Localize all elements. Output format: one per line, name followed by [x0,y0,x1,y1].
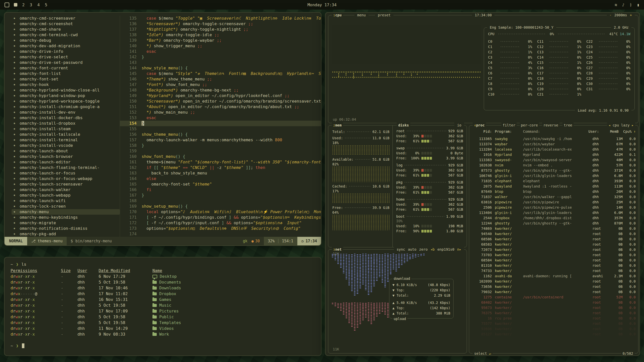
process-row[interactable]: 73656kworker/root0B0.0 [472,284,636,289]
process-row[interactable]: 81310kworker/root0B0.0 [472,263,636,268]
sort-prev-icon[interactable]: ◂ [609,123,611,127]
next-iface-button[interactable]: n▸ [456,247,463,252]
process-row[interactable]: 113404glycin-i/usr/lib/glycin-loadersdhh… [472,210,636,215]
bluetooth-icon[interactable]: ᛒ [630,3,632,7]
process-row[interactable]: 87573ghostty/usr/bin/ghostty --gtk-dhh37… [472,168,636,173]
tree-item[interactable]: ✱omarchy-notification-dismiss [12,226,120,231]
tree-item[interactable]: ✱omarchy-cmd-share [12,27,120,32]
tree-item[interactable]: ✱omarchy-debug [12,38,120,43]
tree-item[interactable]: ✱omarchy-cmd-screenshot [12,21,120,27]
process-row[interactable]: 68583kworker/root0B0.0 [472,242,636,247]
tree-item[interactable]: ✱omarchy-launch-browser [12,154,120,159]
filter-button[interactable]: filter [501,123,517,127]
process-row[interactable]: 102099kworker/root0B0.0 [472,279,636,284]
tree-item[interactable]: ✱omarchy-install-vscode [12,143,120,148]
workspace-5[interactable]: 5 [45,3,48,7]
volume-icon[interactable]: ♪ [622,3,625,7]
tree-item[interactable]: ✱omarchy-install-dropbox [12,121,120,126]
tree-item[interactable]: ✱omarchy-drive-set-password [12,60,120,65]
code-pane[interactable]: 135 case $(menu "Toggle" "▣ Screensaver\… [120,16,321,237]
process-row[interactable]: 113284localsea/usr/lib/localsearch-exdhh… [472,147,636,152]
menu-button[interactable]: menu [354,13,369,17]
tree-item[interactable]: ✱omarchy-install-chromium-google-a [12,104,120,110]
editor-window[interactable]: ✱omarchy-cmd-screensaver✱omarchy-cmd-scr… [4,12,321,246]
process-row[interactable]: 76375kworker/root0B0.0 [472,310,636,315]
tree-item[interactable]: ✱omarchy-launch-editor [12,159,120,165]
tree-item[interactable]: ✱omarchy-launch-about [12,148,120,154]
interval-decrease-button[interactable]: - [608,13,613,17]
process-row[interactable]: 113374waybar/usr/bin/waybardhh67M0.0 [472,141,636,147]
tree-item[interactable]: ✱omarchy-launch-screensaver [12,182,120,187]
tree-item[interactable]: ✱omarchy-launch-walker [12,187,120,193]
proc-col-program[interactable]: Program: [495,129,520,133]
omarchy-logo-icon[interactable] [5,3,9,7]
zero-button[interactable]: zero [418,247,429,252]
tree-item[interactable]: ✱omarchy-hyprland-window-pop [12,93,120,99]
select-hint[interactable]: select ↵ [473,351,493,356]
process-row[interactable]: 16rcu_preeroot0B0.0 [472,315,636,321]
tree-item[interactable]: ✱omarchy-install-terminal [12,137,120,143]
prev-iface-button[interactable]: ◂b [429,247,436,252]
workspace-3[interactable]: 3 [29,3,32,7]
per-core-button[interactable]: per-core [520,123,539,127]
process-row[interactable]: 12244ghostty/usr/bin/ghostty --gtk-dhh87… [472,220,636,226]
tree-item[interactable]: ✱omarchy-menu [12,209,120,215]
tree-item[interactable]: ✱omarchy-hook [12,82,120,87]
process-row[interactable]: 75577kworker/root0B0.0 [472,321,636,326]
interval-increase-button[interactable]: + [629,13,633,17]
prompt-line[interactable]: ~ ❯ [11,343,315,349]
terminal-window[interactable]: ~ ❯ ls Permissions Size User Date Modifi… [4,257,321,356]
tree-item[interactable]: ✱omarchy-dev-add-migration [12,43,120,49]
process-row[interactable]: 85127kworker/root0B0.0 [472,331,636,337]
tree-item[interactable]: ✱omarchy-lock-screen [12,204,120,209]
process-row[interactable]: 95673kworker/root0B0.0 [472,305,636,310]
proc-col-pid[interactable]: Pid: [472,129,492,133]
tree-item[interactable]: ✱omarchy-drive-select [12,54,120,60]
process-row[interactable]: 1162avahi-daavahi-daemon: running [avahi… [472,273,636,279]
battery-icon[interactable]: ▮ [637,3,639,7]
process-row[interactable]: 74733kworker/root0B0.0 [472,268,636,273]
tree-item[interactable]: ✱omarchy-launch-wifi [12,198,120,204]
tree-item[interactable]: ✱omarchy-cmd-terminal-cwd [12,32,120,38]
process-row[interactable]: 72073kworker/root0B0.0 [472,247,636,252]
tree-item[interactable]: ✱omarchy-migrate [12,220,120,226]
process-row[interactable]: 73703kworker/root0B0.0 [472,252,636,257]
proc-col-cpu[interactable]: Cpu% [619,129,632,133]
process-row[interactable]: 93608kworker/root0B0.0 [472,326,636,331]
process-row[interactable]: 79032kworker/root0B0.0 [472,289,636,294]
proc-col-mem[interactable]: MemB [605,129,619,133]
tree-item[interactable]: ✱omarchy-cmd-screensaver [12,16,120,21]
process-row[interactable]: 68402kworker/root0B0.0 [472,300,636,305]
process-row[interactable]: 113365swaybg/usr/bin/swaybg -i /homdhh13… [472,136,636,141]
process-row[interactable]: 1916HyprlandHyprlanddhh422M0.1 [472,152,636,157]
process-row[interactable]: 71837walker/usr/bin/walker --gappldhh325… [472,194,636,199]
tree-item[interactable]: ✱omarchy-launch-floating-terminal- [12,165,120,170]
tree-item[interactable]: ✱omarchy-install-docker-dbs [12,115,120,121]
process-row[interactable]: 1275containe/usr/bin/containerdroot52M0.… [472,294,636,300]
proc-col-user[interactable]: User: [588,129,605,133]
process-row[interactable]: 2544dropbox/home/dhh/.dropbox-distdhh357… [472,215,636,220]
tree-item[interactable]: ✱omarchy-drive-info [12,49,120,54]
tree-item[interactable]: ✱omarchy-font-list [12,71,120,76]
tree-button[interactable]: tree [562,123,574,127]
tree-item[interactable]: ✱omarchy-install-tailscale [12,132,120,137]
tree-item[interactable]: ✱omarchy-launch-webapp [12,193,120,198]
workspace-active[interactable] [14,3,17,7]
tree-item[interactable]: ✱omarchy-menu-keybindings [12,215,120,220]
tree-item[interactable]: ✱omarchy-launch-or-focus-webapp [12,176,120,182]
tree-item[interactable]: ✱omarchy-font-set [12,76,120,82]
process-row[interactable]: 71835elephantelephantdhh393M0.0 [472,178,636,184]
process-row[interactable]: 63816pipewire/usr/bin/pipewiredhh25M0.0 [472,199,636,205]
workspace-2[interactable]: 2 [22,3,25,7]
reverse-button[interactable]: reverse [542,123,559,127]
sync-button[interactable]: sync [395,247,407,252]
btop-window[interactable]: 1cpu menu preset 17:34:00 - 2000ms + Eng… [325,12,640,356]
tree-item[interactable]: ✱omarchy-hyprland-window-close-all [12,87,120,93]
process-row[interactable]: 74869kworker/root0B0.0 [472,226,636,231]
sort-next-icon[interactable]: ▸ [632,123,634,127]
preset-button[interactable]: preset [375,13,393,17]
auto-button[interactable]: auto [407,247,418,252]
process-row[interactable]: 68586kworker/root0B0.0 [472,236,636,242]
process-row[interactable]: 87649btopbtopdhh26M0.0 [472,189,636,194]
workspace-4[interactable]: 4 [37,3,40,7]
